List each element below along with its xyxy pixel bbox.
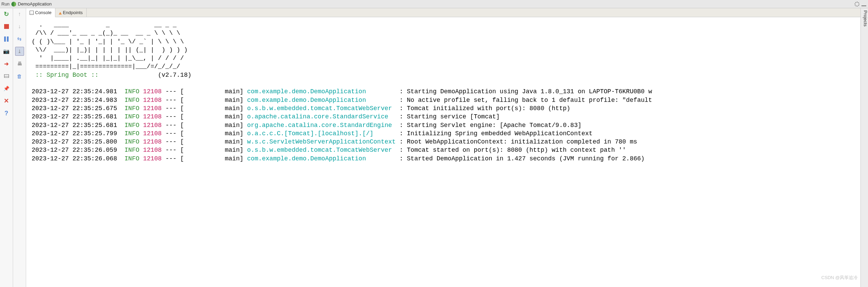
scroll-to-end-button[interactable]: ⤓ xyxy=(15,47,24,56)
clear-all-button[interactable]: 🗑 xyxy=(15,72,24,81)
spring-app-icon xyxy=(11,1,17,7)
scroll-up-button[interactable]: ↑ xyxy=(15,10,24,19)
tab-endpoints[interactable]: ⟁ Endpoints xyxy=(55,8,87,17)
tab-console-label: Console xyxy=(35,10,52,15)
help-button[interactable]: ? xyxy=(2,109,11,118)
run-label: Run xyxy=(1,1,10,7)
console-icon xyxy=(30,11,34,15)
watermark: CSDN @风筝追冷 xyxy=(821,275,858,281)
app-name: DemoApplication xyxy=(18,1,52,7)
tab-console[interactable]: Console xyxy=(26,8,55,17)
run-toolbar-left: ↻ 📷 ➜ 📌 ✕ ? xyxy=(0,8,13,287)
run-tool-header: Run DemoApplication xyxy=(0,0,868,8)
minimize-icon[interactable] xyxy=(861,1,867,7)
rerun-button[interactable]: ↻ xyxy=(2,10,11,19)
print-button[interactable]: 🖶 xyxy=(15,59,24,68)
exit-button[interactable]: ➜ xyxy=(2,59,11,68)
dump-threads-button[interactable]: 📷 xyxy=(2,47,11,56)
soft-wrap-button[interactable]: ⇆ xyxy=(15,34,24,43)
projects-label: Projects xyxy=(863,10,868,26)
gear-icon[interactable] xyxy=(854,1,860,7)
pin-button[interactable]: 📌 xyxy=(2,84,11,93)
close-button[interactable]: ✕ xyxy=(2,96,11,105)
layout-button[interactable] xyxy=(2,72,11,81)
console-output[interactable]: . ____ _ __ _ _ /\\ / ___'_ __ _ _(_)_ _… xyxy=(26,17,868,287)
output-tabs: Console ⟁ Endpoints xyxy=(26,8,868,17)
console-toolbar: ↑ ↓ ⇆ ⤓ 🖶 🗑 xyxy=(13,8,26,287)
stop-button[interactable] xyxy=(2,22,11,31)
projects-sidebar-tab[interactable]: Projects xyxy=(860,8,868,287)
endpoints-icon: ⟁ xyxy=(59,10,62,15)
pause-button[interactable] xyxy=(2,34,11,43)
scroll-down-button[interactable]: ↓ xyxy=(15,22,24,31)
tab-endpoints-label: Endpoints xyxy=(63,10,83,15)
